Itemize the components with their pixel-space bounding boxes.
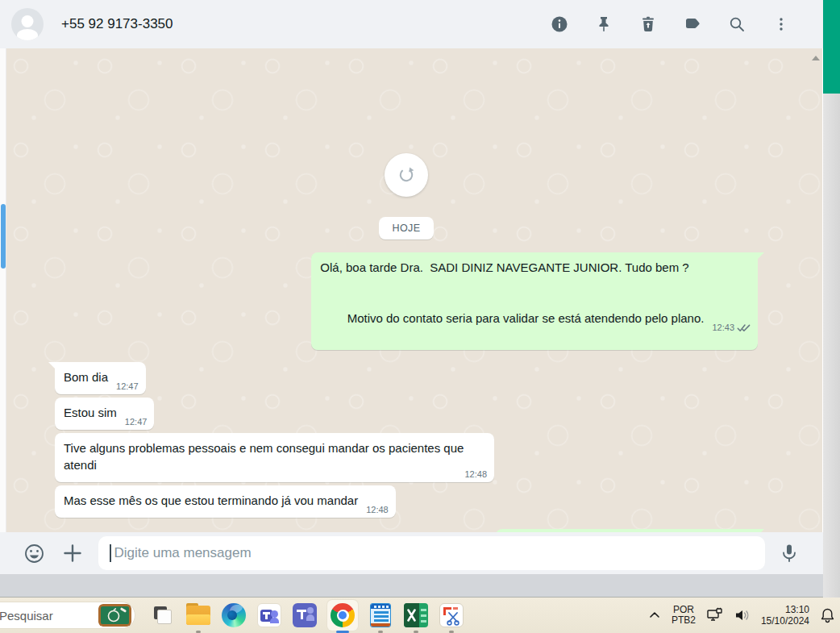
- message-meta: 12:48: [366, 502, 389, 518]
- refresh-icon: [396, 164, 417, 185]
- attach-plus-icon[interactable]: [61, 542, 84, 564]
- message-bubble-incoming: Bom dia 12:47: [55, 362, 146, 394]
- delete-icon[interactable]: [638, 15, 658, 34]
- message-input[interactable]: Digite uma mensagem: [98, 536, 765, 570]
- excel-icon: [404, 603, 428, 627]
- chevron-up-icon[interactable]: [648, 609, 661, 622]
- network-icon[interactable]: [706, 607, 724, 623]
- taskbar-app-task-view[interactable]: [150, 602, 176, 628]
- left-scrollbar-thumb[interactable]: [1, 204, 6, 269]
- message-meta: 12:47: [116, 378, 139, 395]
- edge-icon: [222, 603, 246, 627]
- snipping-tool-icon: [439, 603, 464, 627]
- header-actions: [550, 15, 791, 34]
- message-meta: 12:43: [712, 319, 751, 336]
- mic-icon[interactable]: [778, 542, 800, 564]
- chrome-icon: [331, 603, 355, 627]
- window-bottom-band: [0, 574, 823, 598]
- input-placeholder: Digite uma mensagem: [114, 545, 252, 561]
- message-bubble-incoming: Tive alguns problemas pessoais e nem con…: [55, 433, 494, 482]
- windows-taskbar: Pesquisar: [0, 598, 840, 633]
- volume-icon[interactable]: [734, 608, 751, 623]
- contact-name[interactable]: +55 92 9173-3350: [61, 16, 173, 32]
- taskbar-app-chrome[interactable]: [327, 600, 358, 631]
- chalkboard-apple-icon[interactable]: [98, 604, 131, 627]
- taskbar-app-teams-classic[interactable]: [292, 602, 318, 628]
- message-text: Olá, boa tarde Dra. SADI DINIZ NAVEGANTE…: [320, 259, 749, 276]
- emoji-icon[interactable]: [23, 542, 45, 564]
- keyboard-layout: PTB2: [672, 615, 696, 626]
- notification-bell-icon[interactable]: [820, 607, 835, 623]
- message-text: 12:43 Motivo do contato seria para valid…: [320, 293, 749, 344]
- left-panel-scrollbar: [0, 48, 6, 532]
- contact-avatar[interactable]: [11, 8, 44, 40]
- info-icon[interactable]: [550, 15, 569, 34]
- teams-classic-icon: [293, 603, 317, 627]
- tray-date: 15/10/2024: [761, 615, 809, 627]
- message-text: Estou sim: [64, 406, 117, 419]
- file-explorer-icon: [186, 606, 210, 625]
- sync-refresh-button[interactable]: [385, 153, 428, 197]
- taskbar-app-excel[interactable]: [403, 602, 429, 628]
- message-time: 12:43: [712, 319, 734, 336]
- message-list: Olá, boa tarde Dra. SADI DINIZ NAVEGANTE…: [55, 252, 758, 532]
- avatar-person-icon: [22, 15, 34, 27]
- page-scrollbar[interactable]: [823, 0, 840, 598]
- message-meta: 12:48: [464, 466, 487, 483]
- message-time: 12:48: [464, 466, 487, 483]
- label-icon[interactable]: [683, 15, 702, 34]
- message-composer: Digite uma mensagem: [0, 532, 823, 574]
- taskbar-app-notepad[interactable]: [368, 602, 393, 628]
- message-text: Tive alguns problemas pessoais e nem con…: [64, 441, 468, 472]
- chat-conversation-area: HOJE Olá, boa tarde Dra. SADI DINIZ NAVE…: [6, 48, 822, 532]
- taskbar-app-snipping-tool[interactable]: [439, 602, 464, 628]
- double-check-icon: [737, 323, 751, 332]
- search-icon[interactable]: [727, 15, 746, 34]
- search-placeholder: Pesquisar: [0, 609, 53, 623]
- message-bubble-outgoing: Olá, boa tarde Dra. SADI DINIZ NAVEGANTE…: [311, 252, 758, 350]
- message-text: Bom dia: [64, 370, 108, 384]
- taskbar-app-file-explorer[interactable]: [185, 602, 211, 628]
- message-meta: 12:47: [125, 414, 148, 431]
- scroll-up-arrow-icon[interactable]: [812, 56, 820, 60]
- text-cursor: [110, 544, 111, 562]
- system-tray: POR PTB2 13:10 15/10/2024: [648, 598, 835, 633]
- language-indicator[interactable]: POR PTB2: [672, 605, 696, 626]
- taskbar-search[interactable]: Pesquisar: [0, 602, 135, 629]
- message-time: 12:47: [125, 414, 148, 431]
- message-bubble-incoming: Estou sim 12:47: [55, 398, 154, 430]
- tray-clock[interactable]: 13:10 15/10/2024: [761, 604, 809, 627]
- chat-header: +55 92 9173-3350: [0, 0, 823, 48]
- notepad-icon: [370, 603, 391, 627]
- taskbar-apps: [150, 598, 464, 633]
- message-bubble-incoming: Mas esse mês os que estou terminando já …: [55, 485, 396, 518]
- date-divider: HOJE: [379, 217, 435, 239]
- tray-time: 13:10: [761, 604, 809, 615]
- scrollbar-thumb-teal[interactable]: [823, 0, 840, 94]
- taskbar-app-edge[interactable]: [221, 602, 247, 628]
- pin-icon[interactable]: [594, 15, 613, 34]
- message-time: 12:48: [366, 502, 389, 518]
- message-text: Mas esse mês os que estou terminando já …: [64, 493, 358, 507]
- message-time: 12:47: [116, 378, 139, 395]
- kebab-menu-icon[interactable]: [771, 15, 791, 34]
- taskbar-app-teams[interactable]: [256, 602, 282, 628]
- teams-icon: [257, 603, 281, 627]
